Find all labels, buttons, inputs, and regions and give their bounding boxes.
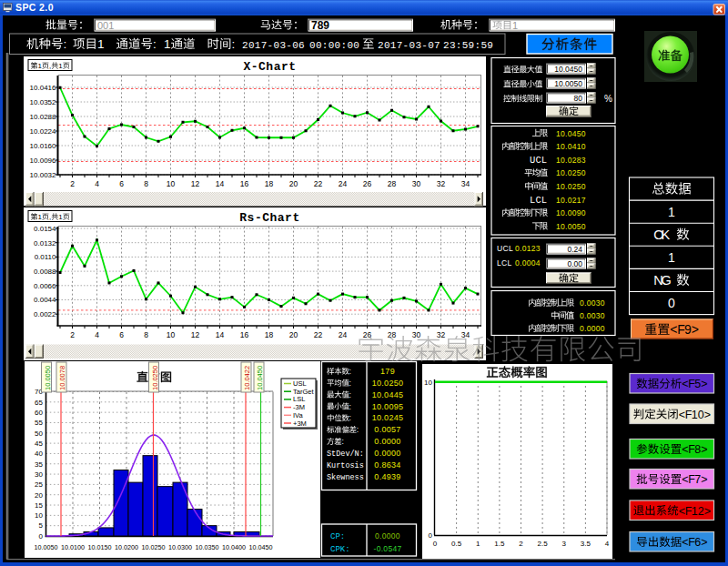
svg-text:0.0066: 0.0066 <box>34 282 56 290</box>
svg-text:00:00:00: 00:00:00 <box>309 40 359 51</box>
svg-text:4: 4 <box>95 330 99 339</box>
svg-text:4: 4 <box>95 179 99 188</box>
svg-text:>: > <box>701 473 707 486</box>
svg-text:LCL: LCL <box>530 195 547 206</box>
svg-text:65: 65 <box>35 399 43 407</box>
svg-text:1: 1 <box>58 213 63 221</box>
svg-text:,: , <box>49 62 51 70</box>
svg-text:0.0030: 0.0030 <box>580 311 605 320</box>
svg-text:10.0090: 10.0090 <box>556 208 586 217</box>
svg-text:35: 35 <box>35 460 43 469</box>
svg-text:IVa: IVa <box>293 411 304 419</box>
svg-text:0.0088: 0.0088 <box>34 268 56 276</box>
svg-text:Rs-Chart: Rs-Chart <box>239 211 299 225</box>
svg-text:18: 18 <box>265 179 274 188</box>
svg-text:10.0224: 10.0224 <box>30 127 56 136</box>
svg-text:X-Chart: X-Chart <box>243 60 296 74</box>
svg-text:32: 32 <box>437 179 446 188</box>
svg-text:10.0250: 10.0250 <box>556 168 586 177</box>
svg-text:45: 45 <box>35 440 43 448</box>
svg-text:10.0300: 10.0300 <box>168 543 192 551</box>
svg-text:5: 5 <box>39 521 44 530</box>
svg-text:10.0288: 10.0288 <box>30 113 56 121</box>
svg-text:1: 1 <box>97 37 105 51</box>
svg-text:1: 1 <box>512 20 518 31</box>
svg-text:10.0160: 10.0160 <box>30 142 56 150</box>
svg-text:1: 1 <box>38 62 43 70</box>
svg-text:40: 40 <box>35 450 43 458</box>
svg-text::: : <box>232 37 236 51</box>
svg-text:1: 1 <box>164 37 171 51</box>
svg-text:0.00: 0.00 <box>567 259 582 268</box>
svg-text::: : <box>153 37 157 51</box>
svg-text:Skewness: Skewness <box>327 473 364 482</box>
svg-text:10.0283: 10.0283 <box>556 156 586 165</box>
svg-text:0.0000: 0.0000 <box>580 324 605 333</box>
svg-text:TarGet: TarGet <box>293 388 314 396</box>
svg-text:10.0095: 10.0095 <box>372 402 404 411</box>
svg-text:LSL: LSL <box>293 395 305 403</box>
svg-text:10.0445: 10.0445 <box>372 390 404 399</box>
svg-text:0.24: 0.24 <box>567 245 582 254</box>
svg-text:10.0050: 10.0050 <box>44 366 52 390</box>
svg-text::: : <box>349 367 351 376</box>
svg-text:80: 80 <box>574 94 583 103</box>
svg-text:0.0004: 0.0004 <box>515 258 541 268</box>
svg-text:10.0050: 10.0050 <box>35 543 58 551</box>
svg-text:10.0410: 10.0410 <box>556 142 586 151</box>
svg-text:LCL: LCL <box>497 258 512 268</box>
svg-text:0: 0 <box>429 531 433 540</box>
svg-text:14: 14 <box>216 330 225 339</box>
svg-text:0.8634: 0.8634 <box>374 460 400 470</box>
svg-text:>: > <box>692 322 699 337</box>
svg-text:10: 10 <box>167 179 176 188</box>
svg-text:%: % <box>604 94 612 104</box>
svg-text:>: > <box>704 409 711 421</box>
svg-text:0: 0 <box>39 532 44 541</box>
svg-text:StDev/N:: StDev/N: <box>327 450 364 459</box>
svg-text:22: 22 <box>314 330 323 339</box>
svg-text:28: 28 <box>388 179 397 188</box>
svg-text:10.0150: 10.0150 <box>88 543 112 551</box>
svg-text:12: 12 <box>191 179 200 188</box>
svg-text:2: 2 <box>698 505 704 518</box>
svg-text:20: 20 <box>289 330 298 339</box>
svg-text:>: > <box>701 378 707 390</box>
svg-text::: : <box>349 413 351 422</box>
svg-text:10.0250: 10.0250 <box>151 366 159 390</box>
svg-text:UCL: UCL <box>530 155 547 166</box>
svg-text:>: > <box>701 443 707 456</box>
svg-text:2.5: 2.5 <box>538 540 549 548</box>
svg-text:10.0400: 10.0400 <box>222 543 246 551</box>
svg-text:789: 789 <box>311 19 329 32</box>
svg-text:3.5: 3.5 <box>581 540 592 548</box>
svg-text:10: 10 <box>35 511 43 520</box>
svg-text:0.0044: 0.0044 <box>34 296 56 304</box>
svg-text:1: 1 <box>668 250 675 265</box>
svg-text:30: 30 <box>35 470 43 479</box>
svg-text:1: 1 <box>476 540 480 548</box>
svg-text:6: 6 <box>694 536 701 549</box>
svg-text:0.0132: 0.0132 <box>34 239 56 248</box>
svg-text::: : <box>341 437 343 446</box>
svg-text:10.0200: 10.0200 <box>115 543 138 551</box>
svg-text:4: 4 <box>605 540 610 548</box>
svg-text:10.0096: 10.0096 <box>30 157 56 165</box>
svg-text:2017-03-06: 2017-03-06 <box>242 40 305 51</box>
svg-text:1: 1 <box>668 205 675 219</box>
svg-text::: : <box>357 425 359 434</box>
svg-text:10.0250: 10.0250 <box>142 543 166 551</box>
svg-text:10.0450: 10.0450 <box>249 543 273 551</box>
svg-text:0.0057: 0.0057 <box>374 425 400 434</box>
svg-text:10.0217: 10.0217 <box>556 196 586 205</box>
svg-text:-0.0547: -0.0547 <box>374 544 402 553</box>
svg-text:USL: USL <box>293 379 307 388</box>
svg-text:-3M: -3M <box>293 403 305 411</box>
svg-text:10.0078: 10.0078 <box>58 366 66 390</box>
svg-text:28: 28 <box>388 330 397 339</box>
svg-text:25: 25 <box>35 480 43 489</box>
svg-text:60: 60 <box>35 409 43 417</box>
svg-text:10.0245: 10.0245 <box>372 413 404 422</box>
svg-text:16: 16 <box>240 179 249 188</box>
svg-text::: : <box>349 390 351 399</box>
